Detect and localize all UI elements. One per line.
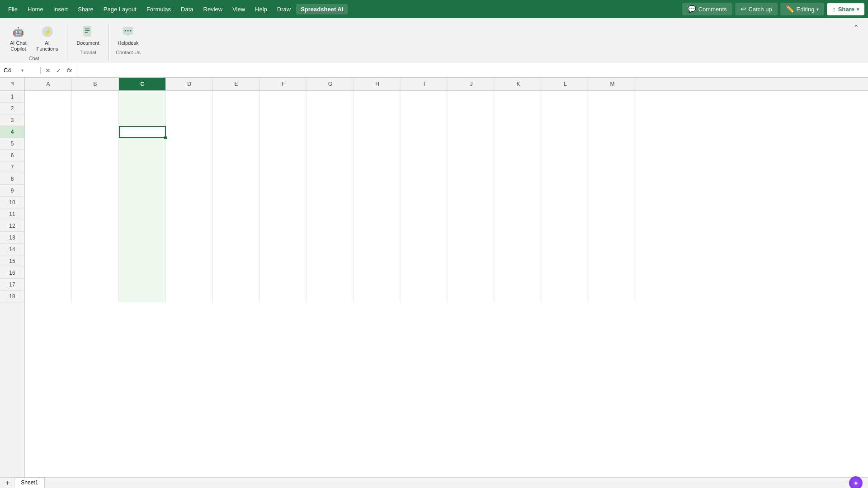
cell-J17[interactable] — [448, 279, 495, 291]
cell-I8[interactable] — [401, 173, 448, 185]
menu-item-file[interactable]: File — [4, 4, 22, 14]
cell-E7[interactable] — [213, 161, 260, 173]
cell-L14[interactable] — [542, 244, 589, 255]
cell-H4[interactable] — [354, 126, 401, 138]
row-number-5[interactable]: 5 — [0, 138, 24, 150]
cell-I4[interactable] — [401, 126, 448, 138]
cell-I7[interactable] — [401, 161, 448, 173]
cell-G17[interactable] — [307, 279, 354, 291]
cell-B16[interactable] — [72, 267, 119, 279]
cell-D3[interactable] — [166, 114, 213, 126]
cell-G12[interactable] — [307, 220, 354, 232]
cell-B2[interactable] — [72, 103, 119, 114]
cell-C15[interactable] — [119, 255, 166, 267]
cell-K17[interactable] — [495, 279, 542, 291]
col-header-L[interactable]: L — [542, 78, 589, 90]
cell-F11[interactable] — [260, 208, 307, 220]
menu-item-draw[interactable]: Draw — [273, 4, 295, 14]
cell-K16[interactable] — [495, 267, 542, 279]
cell-I5[interactable] — [401, 138, 448, 150]
cell-L4[interactable] — [542, 126, 589, 138]
menu-item-formulas[interactable]: Formulas — [142, 4, 175, 14]
cell-H1[interactable] — [354, 91, 401, 103]
col-header-J[interactable]: J — [448, 78, 495, 90]
cell-G7[interactable] — [307, 161, 354, 173]
formula-cancel-button[interactable]: ✕ — [43, 66, 52, 75]
cell-J13[interactable] — [448, 232, 495, 244]
menu-item-page-layout[interactable]: Page Layout — [99, 4, 141, 14]
cell-J18[interactable] — [448, 291, 495, 302]
menu-item-review[interactable]: Review — [199, 4, 227, 14]
cell-J2[interactable] — [448, 103, 495, 114]
cell-A9[interactable] — [25, 185, 72, 197]
cell-K9[interactable] — [495, 185, 542, 197]
cell-M18[interactable] — [589, 291, 636, 302]
cell-B10[interactable] — [72, 197, 119, 208]
cell-H10[interactable] — [354, 197, 401, 208]
cell-L11[interactable] — [542, 208, 589, 220]
cell-B5[interactable] — [72, 138, 119, 150]
cell-L2[interactable] — [542, 103, 589, 114]
cell-A4[interactable] — [25, 126, 72, 138]
formula-function-button[interactable]: fx — [65, 66, 74, 75]
cell-L10[interactable] — [542, 197, 589, 208]
row-number-2[interactable]: 2 — [0, 103, 24, 114]
cell-I15[interactable] — [401, 255, 448, 267]
cell-A1[interactable] — [25, 91, 72, 103]
menu-item-help[interactable]: Help — [250, 4, 272, 14]
cell-K10[interactable] — [495, 197, 542, 208]
cell-I1[interactable] — [401, 91, 448, 103]
comments-button[interactable]: 💬 Comments — [682, 3, 732, 15]
ribbon-btn-document[interactable]: Document — [72, 22, 104, 48]
cell-G3[interactable] — [307, 114, 354, 126]
ribbon-btn-ai-chat[interactable]: 🤖 AI ChatCopilot — [5, 22, 31, 54]
col-header-M[interactable]: M — [589, 78, 636, 90]
cell-C17[interactable] — [119, 279, 166, 291]
cell-A10[interactable] — [25, 197, 72, 208]
cell-D8[interactable] — [166, 173, 213, 185]
cell-E18[interactable] — [213, 291, 260, 302]
cell-K11[interactable] — [495, 208, 542, 220]
cell-M12[interactable] — [589, 220, 636, 232]
cell-H11[interactable] — [354, 208, 401, 220]
cell-C2[interactable] — [119, 103, 166, 114]
row-number-18[interactable]: 18 — [0, 291, 24, 302]
catch-up-button[interactable]: ↩ Catch up — [735, 3, 778, 15]
cell-E3[interactable] — [213, 114, 260, 126]
cell-A5[interactable] — [25, 138, 72, 150]
cell-A8[interactable] — [25, 173, 72, 185]
cell-A15[interactable] — [25, 255, 72, 267]
cell-M13[interactable] — [589, 232, 636, 244]
cell-H15[interactable] — [354, 255, 401, 267]
cell-A17[interactable] — [25, 279, 72, 291]
cell-D6[interactable] — [166, 150, 213, 161]
cell-C7[interactable] — [119, 161, 166, 173]
cell-F18[interactable] — [260, 291, 307, 302]
cell-M17[interactable] — [589, 279, 636, 291]
cell-E17[interactable] — [213, 279, 260, 291]
cell-I16[interactable] — [401, 267, 448, 279]
cell-M5[interactable] — [589, 138, 636, 150]
cell-G10[interactable] — [307, 197, 354, 208]
row-number-7[interactable]: 7 — [0, 161, 24, 173]
row-number-6[interactable]: 6 — [0, 150, 24, 161]
cell-A16[interactable] — [25, 267, 72, 279]
fill-handle[interactable] — [164, 136, 167, 139]
cell-I10[interactable] — [401, 197, 448, 208]
cell-H16[interactable] — [354, 267, 401, 279]
cell-F15[interactable] — [260, 255, 307, 267]
cell-D12[interactable] — [166, 220, 213, 232]
ribbon-btn-helpdesk[interactable]: Helpdesk — [113, 22, 143, 48]
cell-F8[interactable] — [260, 173, 307, 185]
cell-C3[interactable] — [119, 114, 166, 126]
cell-B17[interactable] — [72, 279, 119, 291]
cell-C5[interactable] — [119, 138, 166, 150]
cell-F5[interactable] — [260, 138, 307, 150]
cell-K14[interactable] — [495, 244, 542, 255]
cell-F1[interactable] — [260, 91, 307, 103]
cell-K7[interactable] — [495, 161, 542, 173]
cell-B4[interactable] — [72, 126, 119, 138]
cell-L1[interactable] — [542, 91, 589, 103]
cell-J8[interactable] — [448, 173, 495, 185]
cell-K5[interactable] — [495, 138, 542, 150]
